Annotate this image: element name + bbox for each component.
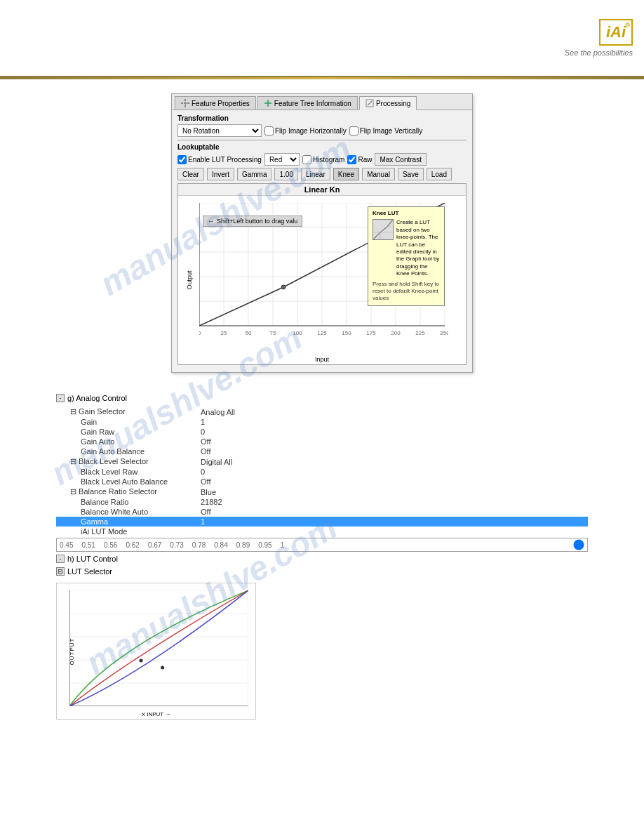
svg-point-0: [184, 102, 187, 105]
logo-area: iAi ® See the possibilities: [565, 19, 633, 57]
svg-rect-1: [185, 99, 186, 101]
svg-text:100: 100: [293, 330, 302, 336]
prop-name-gain: Gain: [56, 417, 196, 427]
logo-text: iAi: [606, 23, 626, 41]
value-bar-numbers: 0.45 0.51 0.56 0.62 0.67 0.73 0.78 0.84 …: [60, 541, 284, 549]
table-row: Balance White Auto Off: [56, 507, 588, 517]
lut-options-row: Enable LUT Processing Red Histogram Raw …: [177, 153, 467, 166]
btn-linear[interactable]: Linear: [301, 168, 330, 180]
prop-name-bwa: Balance White Auto: [56, 507, 196, 517]
analog-section: - g) Analog Control ⊟ Gain Selector Anal…: [56, 394, 588, 576]
enable-lut-checkbox[interactable]: [177, 155, 187, 164]
prop-name-gain-auto: Gain Auto: [56, 437, 196, 446]
svg-point-30: [281, 285, 286, 289]
curve-svg: 1.1 0.8 0.6 0.4 0.2 0 0 1: [69, 590, 248, 706]
btn-knee[interactable]: Knee: [333, 168, 359, 180]
graph-inner: Output Input ↔ Shift+Left button to drag…: [178, 196, 466, 364]
transformation-label: Transformation: [177, 114, 467, 122]
logo-box: iAi ®: [599, 19, 633, 46]
table-row: Balance Ratio 21882: [56, 497, 588, 507]
btn-manual[interactable]: Manual: [362, 168, 395, 180]
table-row: Gain Auto Balance Off: [56, 446, 588, 456]
prop-value-lut-mode: [196, 527, 588, 536]
processing-icon: [365, 99, 374, 107]
tab-feature-tree[interactable]: Feature Tree Information: [257, 96, 358, 110]
channel-select[interactable]: Red: [264, 153, 300, 166]
vb-num-6: 0.73: [170, 541, 183, 549]
table-row: ⊟ Balance Ratio Selector Blue: [56, 486, 588, 497]
prop-value-gain: 1: [196, 417, 588, 427]
vb-num-11: 1: [281, 541, 285, 549]
prop-value-gain-selector: Analog All: [196, 406, 588, 417]
lut-selector-expand[interactable]: ⊟: [56, 567, 65, 576]
prop-name-gain-selector: ⊟ Gain Selector: [56, 406, 196, 417]
main-content: Feature Properties Feature Tree Informat…: [0, 79, 644, 741]
histogram-label[interactable]: Histogram: [302, 155, 345, 164]
graph-title: Linear Kn: [178, 184, 466, 196]
svg-text:225: 225: [415, 330, 425, 336]
lut-control-title: h) LUT Control: [67, 555, 118, 563]
registered-symbol: ®: [625, 22, 630, 29]
prop-name-gain-raw: Gain Raw: [56, 427, 196, 437]
curve-canvas-wrap: 1.1 0.8 0.6 0.4 0.2 0 0 1: [69, 590, 248, 706]
prop-name-bl-raw: Black Level Raw: [56, 467, 196, 477]
flip-v-label[interactable]: Flip Image Vertically: [349, 126, 422, 135]
prop-value-bl-auto-balance: Off: [196, 477, 588, 486]
svg-line-8: [368, 101, 372, 105]
raw-label[interactable]: Raw: [347, 155, 372, 164]
svg-text:75: 75: [270, 330, 276, 336]
feature-properties-window: Feature Properties Feature Tree Informat…: [171, 93, 473, 373]
svg-text:25: 25: [221, 330, 227, 336]
prop-value-bwa: Off: [196, 507, 588, 517]
lut-control-expand-btn[interactable]: -: [56, 555, 65, 563]
prop-value-br: 21882: [196, 497, 588, 507]
btn-load[interactable]: Load: [427, 168, 452, 180]
btn-clear[interactable]: Clear: [177, 168, 204, 180]
sep-1: [177, 140, 467, 140]
enable-lut-label[interactable]: Enable LUT Processing: [177, 155, 262, 164]
rotation-select[interactable]: No Rotation: [177, 124, 262, 137]
tooltip-title: Knee LUT: [373, 210, 398, 216]
curve-x-label: X INPUT →: [142, 711, 171, 717]
prop-value-gain-auto: Off: [196, 437, 588, 446]
svg-rect-6: [267, 100, 269, 107]
histogram-text: Histogram: [313, 156, 345, 164]
prop-value-bl-selector: Digital All: [196, 456, 588, 467]
analog-expand-btn[interactable]: -: [56, 394, 65, 402]
fp-tabs: Feature Properties Feature Tree Informat…: [172, 94, 472, 110]
analog-control-header: - g) Analog Control: [56, 394, 588, 402]
table-row: Gain 1: [56, 417, 588, 427]
btn-gamma-val[interactable]: 1.00: [274, 168, 297, 180]
btn-save[interactable]: Save: [398, 168, 424, 180]
fp-body: Transformation No Rotation Flip Image Ho…: [172, 110, 472, 372]
tooltip-note: Press and hold Shift key to reset to def…: [373, 281, 440, 303]
tab-processing[interactable]: Processing: [359, 96, 417, 110]
page-header: iAi ® See the possibilities: [0, 0, 644, 77]
graph-y-label: Output: [186, 270, 193, 289]
curve-chart: OUTPUT X INPUT →: [56, 583, 256, 720]
flip-v-text: Flip Image Vertically: [360, 127, 422, 135]
vb-num-5: 0.67: [148, 541, 161, 549]
svg-rect-4: [187, 102, 189, 104]
flip-h-text: Flip Image Horizontally: [275, 127, 347, 135]
flip-h-checkbox[interactable]: [264, 126, 274, 135]
table-row-gamma-selected[interactable]: Gamma 1: [56, 517, 588, 527]
tooltip-thumb-image: [373, 219, 394, 240]
tab-fti-label: Feature Tree Information: [274, 100, 351, 107]
tab-fp-label: Feature Properties: [192, 100, 250, 107]
table-row: Gain Raw 0: [56, 427, 588, 437]
flip-h-label[interactable]: Flip Image Horizontally: [264, 126, 347, 135]
tab-proc-label: Processing: [376, 100, 410, 107]
histogram-checkbox[interactable]: [302, 155, 311, 164]
raw-checkbox[interactable]: [347, 155, 356, 164]
btn-gamma[interactable]: Gamma: [237, 168, 272, 180]
max-contrast-button[interactable]: Max Contrast: [375, 153, 426, 166]
btn-invert[interactable]: Invert: [207, 168, 234, 180]
value-scroll[interactable]: [575, 540, 584, 550]
enable-lut-text: Enable LUT Processing: [188, 156, 262, 164]
lut-selector-row: ⊟ LUT Selector: [56, 567, 588, 576]
lut-buttons-row: Clear Invert Gamma 1.00 Linear Knee Manu…: [177, 168, 467, 180]
table-row: Black Level Auto Balance Off: [56, 477, 588, 486]
tab-feature-properties[interactable]: Feature Properties: [175, 96, 256, 110]
flip-v-checkbox[interactable]: [349, 126, 358, 135]
